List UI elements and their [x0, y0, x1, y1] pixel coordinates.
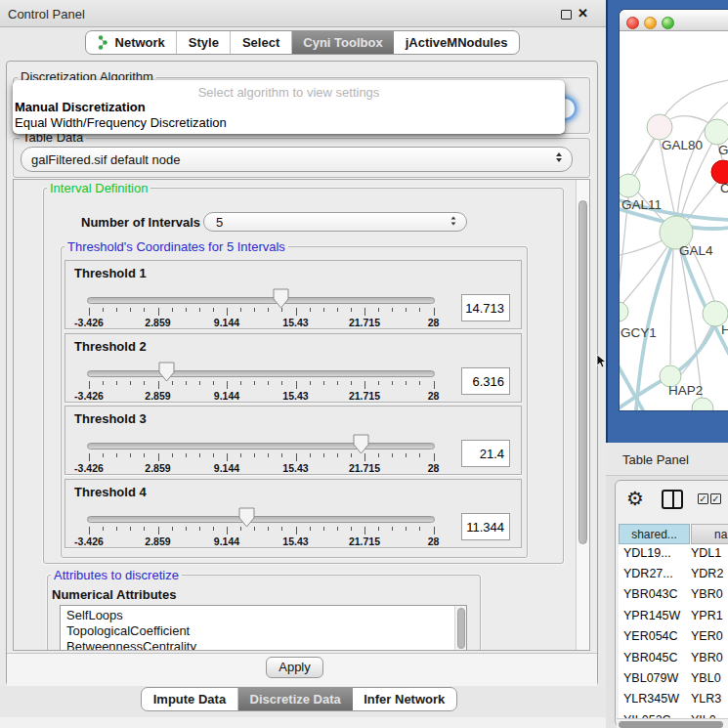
threshold-panel-2: Threshold 2-3.4262.8599.14415.4321.71528… [64, 333, 522, 403]
popup-hint: Select algorithm to view settings [13, 85, 565, 100]
attribute-item[interactable]: SelfLoops [66, 608, 123, 622]
slider-track[interactable] [87, 443, 435, 450]
close-traffic-light[interactable] [626, 17, 639, 29]
threshold-panel-4: Threshold 4-3.4262.8599.14415.4321.71528… [64, 479, 522, 548]
minimize-traffic-light[interactable] [644, 17, 657, 29]
numerical-attributes-list[interactable]: SelfLoopsTopologicalCoefficientBetweenne… [60, 605, 467, 651]
spinner-updown-icon [450, 216, 456, 226]
tab-discretize-data[interactable]: Discretize Data [238, 688, 353, 710]
table-row[interactable]: YBL079WYBL0 [619, 671, 728, 692]
threshold-panel-1: Threshold 1-3.4262.8599.14415.4321.71528… [64, 260, 522, 329]
table-row[interactable]: YPR145WYPR1 [619, 609, 728, 629]
svg-text:GA: GA [718, 143, 728, 157]
attributes-group-label: Attributes to discretize [51, 569, 182, 582]
gear-icon[interactable]: ⚙ [626, 487, 644, 510]
thresholds-group-label: Threshold's Coordinates for 5 Intervals [64, 240, 288, 254]
threshold-value-input[interactable]: 11.344 [461, 513, 510, 540]
threshold-label: Threshold 3 [74, 411, 147, 426]
table-data-combobox-value: galFiltered.sif default node [31, 152, 180, 167]
float-window-icon[interactable] [561, 10, 572, 20]
attribute-item[interactable]: TopologicalCoefficient [66, 623, 190, 638]
table-row[interactable]: YER054CYER0 [619, 629, 728, 650]
table-horizontal-scrollbar[interactable] [617, 718, 728, 728]
checkbox-icon-1[interactable]: ✓ [698, 493, 708, 504]
popup-option-manual[interactable]: Manual Discretization [15, 100, 146, 114]
window-title: Control Panel [8, 7, 85, 21]
svg-text:C: C [720, 181, 728, 195]
apply-button[interactable]: Apply [266, 657, 323, 678]
slider-track[interactable] [87, 516, 435, 523]
column-header-name[interactable]: na [691, 524, 728, 544]
popup-option-equal-width[interactable]: Equal Width/Frequency Discretization [15, 115, 227, 130]
threshold-value-input[interactable]: 21.4 [461, 440, 510, 467]
node-table[interactable]: shared... na YDL19...YDL1YDR27...YDR2YBR… [619, 524, 728, 718]
table-row[interactable]: YDR27...YDR2 [619, 567, 728, 587]
tab-impute-data[interactable]: Impute Data [142, 688, 238, 710]
network-canvas[interactable]: GAL80GACGAL11GAL4GCY1HHAP2 [620, 31, 728, 410]
tab-style[interactable]: Style [177, 31, 231, 54]
number-of-intervals-spinner[interactable]: 5 [203, 212, 467, 232]
discretization-algorithm-label: Discretization Algorithm [18, 70, 156, 80]
svg-text:GAL80: GAL80 [662, 138, 703, 152]
network-icon [98, 35, 108, 50]
table-row[interactable]: YDL19...YDL1 [619, 546, 728, 567]
combo-updown-icon [556, 152, 562, 162]
control-panel-tabs: NetworkStyleSelectCyni ToolboxjActiveMNo… [85, 30, 520, 55]
table-row[interactable]: YBR043CYBR0 [619, 587, 728, 608]
tab-network[interactable]: Network [86, 31, 177, 54]
attributes-list-scrollbar[interactable] [454, 606, 466, 651]
threshold-label: Threshold 4 [74, 485, 147, 499]
svg-text:GAL4: GAL4 [679, 243, 713, 258]
threshold-panel-3: Threshold 3-3.4262.8599.14415.4321.71528… [64, 406, 522, 475]
close-icon[interactable]: ✕ [578, 6, 588, 21]
column-header-shared-name[interactable]: shared... [619, 524, 690, 544]
network-view-window: GAL80GACGAL11GAL4GCY1HHAP2 [620, 10, 728, 410]
mouse-cursor [596, 354, 608, 373]
table-row[interactable]: YBR045CYBR0 [619, 651, 728, 671]
number-of-intervals-value: 5 [216, 215, 223, 230]
numerical-attributes-label: Numerical Attributes [52, 587, 176, 602]
attribute-item[interactable]: BetweennessCentrality [66, 639, 196, 651]
svg-text:H: H [721, 322, 728, 337]
table-panel-title: Table Panel [622, 452, 689, 467]
svg-text:GAL11: GAL11 [621, 197, 662, 212]
settings-vertical-scrollbar[interactable] [576, 180, 589, 650]
threshold-value-input[interactable]: 14.713 [461, 294, 510, 321]
control-panel-titlebar [0, 0, 606, 27]
threshold-value-input[interactable]: 6.316 [461, 367, 510, 395]
table-hscroll-thumb[interactable] [619, 721, 723, 728]
svg-text:GCY1: GCY1 [621, 325, 657, 340]
algorithm-dropdown-popup: Select algorithm to view settings Manual… [13, 80, 565, 134]
bottom-tabs: Impute DataDiscretize DataInfer Network [141, 687, 457, 711]
tab-select[interactable]: Select [231, 31, 291, 54]
threshold-label: Threshold 1 [74, 266, 147, 280]
slider-track[interactable] [87, 297, 435, 304]
columns-icon[interactable] [662, 490, 683, 509]
slider-track[interactable] [87, 370, 435, 377]
table-row[interactable]: YLR345WYLR3 [619, 692, 728, 712]
network-window-titlebar [620, 10, 728, 31]
zoom-traffic-light[interactable] [662, 17, 674, 29]
tab-infer-network[interactable]: Infer Network [353, 688, 457, 710]
table-data-combobox[interactable]: galFiltered.sif default node [21, 147, 573, 172]
scrollbar-thumb[interactable] [578, 200, 587, 544]
tab-cyni-toolbox[interactable]: Cyni Toolbox [292, 31, 394, 54]
number-of-intervals-label: Number of Intervals [81, 215, 200, 230]
checkbox-icon-2[interactable]: ✓ [710, 493, 721, 504]
svg-text:HAP2: HAP2 [668, 383, 703, 398]
threshold-label: Threshold 2 [74, 339, 147, 354]
settings-scrollpane: Interval Definition Number of Intervals … [13, 179, 590, 651]
tab-jactivemnodules[interactable]: jActiveMNodules [394, 31, 519, 54]
interval-definition-label: Interval Definition [47, 182, 150, 195]
